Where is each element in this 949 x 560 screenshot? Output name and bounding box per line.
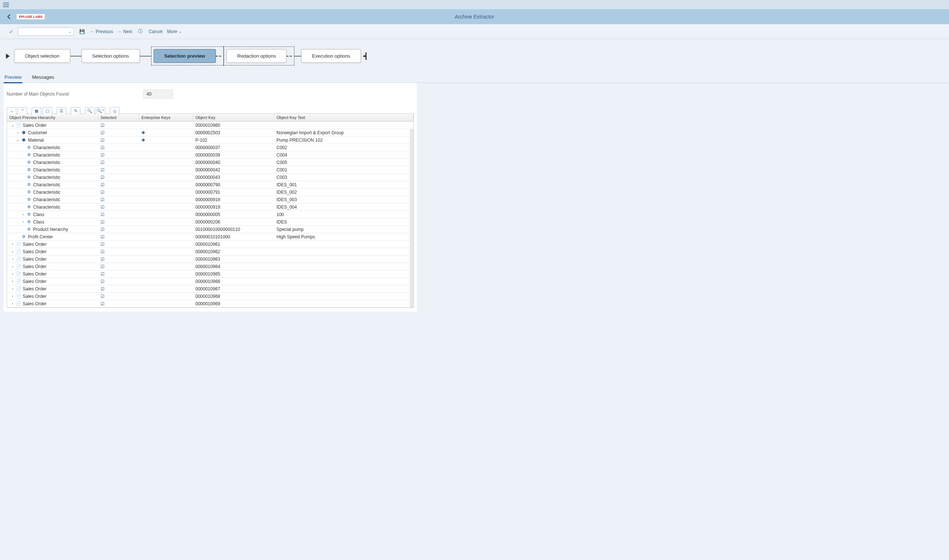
table-row[interactable]: ·⚙Characteristic☑0000000042C001 [7, 166, 414, 174]
checkbox-icon[interactable]: ☑ [100, 249, 105, 254]
table-row[interactable]: ›📄Sales Order☑0000010965 [7, 270, 414, 278]
checkbox-icon[interactable]: ☑ [100, 294, 105, 299]
roadmap-step-selection-preview[interactable]: Selection preview [154, 49, 216, 63]
menu-icon[interactable] [3, 3, 9, 7]
roadmap-step-selection-options[interactable]: Selection options [82, 49, 140, 63]
back-button[interactable] [5, 12, 13, 21]
table-row[interactable]: ·⚙Characteristic☑0000000791IDES_002 [7, 189, 414, 196]
more-button[interactable]: More⌄ [167, 29, 182, 34]
expand-icon[interactable]: › [11, 249, 14, 254]
table-row[interactable]: ·⚙Product hierarchy☑001000010000000110Sp… [7, 226, 414, 233]
vertical-scrollbar[interactable] [410, 129, 414, 308]
roadmap-step-object-selection[interactable]: Object selection [14, 49, 70, 63]
table-row[interactable]: ›📄Sales Order☑0000010967 [7, 285, 414, 293]
expand-icon[interactable]: › [21, 220, 25, 224]
table-row[interactable]: ·⚙Characteristic☑0000000037C002 [7, 144, 414, 151]
table-row[interactable]: ⌄📄Sales Order☑0000010960 [7, 122, 414, 129]
checkbox-icon[interactable]: ☑ [100, 257, 105, 262]
expand-icon[interactable]: › [16, 131, 20, 135]
checkbox-icon[interactable]: ☑ [100, 130, 105, 135]
col-selected[interactable]: Selected [98, 114, 139, 121]
expand-icon[interactable]: › [11, 272, 14, 276]
checkbox-icon[interactable]: ☑ [100, 190, 105, 195]
table-row[interactable]: ›📄Sales Order☑0000010968 [7, 293, 414, 300]
checkbox-icon[interactable]: ☑ [100, 219, 105, 225]
roadmap-step-redaction-options[interactable]: Redaction options [226, 49, 287, 63]
table-row[interactable]: ·⚙Characteristic☑0000000040C005 [7, 159, 414, 166]
expand-icon[interactable]: › [11, 279, 14, 283]
table-row[interactable]: ›⬢Customer☑✱0000002503Norwegian Import &… [7, 129, 414, 137]
table-row[interactable]: ·⚙Characteristic☑0000000039C004 [7, 151, 414, 159]
checkbox-icon[interactable]: ☑ [100, 264, 105, 269]
tab-messages[interactable]: Messages [31, 72, 55, 83]
find-next-icon[interactable]: 🔍⁺ [96, 107, 105, 115]
col-object-key[interactable]: Object Key [193, 114, 274, 121]
checkbox-icon[interactable]: ☑ [100, 301, 105, 306]
table-row[interactable]: ·⚙Characteristic☑0000000919IDES_004 [7, 203, 414, 211]
deselect-all-icon[interactable]: ▢ [42, 107, 52, 115]
layout-icon[interactable]: ☰ [57, 107, 66, 115]
checkbox-icon[interactable]: ☑ [100, 271, 105, 277]
checkbox-icon[interactable]: ☑ [100, 160, 105, 165]
checkbox-icon[interactable]: ☑ [100, 182, 105, 188]
checkbox-icon[interactable]: ☑ [100, 167, 105, 172]
checkbox-icon[interactable]: ☑ [100, 123, 105, 128]
col-hierarchy[interactable]: Object Preview Hierarchy [7, 114, 98, 121]
tab-preview[interactable]: Preview [4, 72, 22, 83]
table-row[interactable]: ›📄Sales Order☑0000010963 [7, 255, 414, 263]
checkbox-icon[interactable]: ☑ [100, 234, 105, 240]
cancel-button[interactable]: Cancel [148, 29, 162, 34]
previous-button[interactable]: ←Previous [90, 29, 113, 34]
enterprise-key-icon[interactable]: ✱ [141, 130, 145, 135]
checkbox-icon[interactable]: ☑ [100, 138, 105, 143]
table-row[interactable]: ·⚙Profit Center☑00000010101000High Speed… [7, 233, 414, 241]
enterprise-key-icon[interactable]: ✱ [141, 138, 145, 143]
table-row[interactable]: ·⚙Characteristic☑0000000790IDES_001 [7, 181, 414, 189]
expand-icon[interactable]: › [21, 212, 25, 216]
expand-icon[interactable]: › [11, 302, 14, 306]
col-enterprise-keys[interactable]: Enterprise Keys [139, 114, 193, 121]
checkbox-icon[interactable]: ☑ [100, 197, 105, 202]
select-all-icon[interactable]: ▦ [32, 107, 41, 115]
expand-icon[interactable]: › [11, 265, 14, 268]
expand-icon[interactable]: › [11, 242, 14, 246]
checkbox-icon[interactable]: ☑ [100, 145, 105, 150]
accept-icon[interactable]: ✓ [9, 29, 13, 35]
display-icon[interactable]: ✎ [71, 107, 80, 115]
table-row[interactable]: ›⚙Class☑0000000206IDES [7, 218, 414, 226]
selected-cell: ☑ [98, 122, 139, 129]
table-row[interactable]: ·⚙Characteristic☑0000000918IDES_003 [7, 196, 414, 203]
table-row[interactable]: ›📄Sales Order☑0000010966 [7, 278, 414, 285]
checkbox-icon[interactable]: ☑ [100, 279, 105, 284]
expand-icon[interactable]: › [11, 287, 14, 291]
table-row[interactable]: ›📄Sales Order☑0000010964 [7, 263, 414, 270]
table-row[interactable]: ›⚙Class☑0000000005100 [7, 211, 414, 218]
info-icon[interactable]: ⓘ [137, 28, 144, 35]
export-icon[interactable]: ⎙ [110, 107, 119, 115]
col-object-key-text[interactable]: Object Key Text [274, 114, 414, 121]
table-row[interactable]: ›📄Sales Order☑0000010969 [7, 300, 414, 308]
roadmap-step-execution-options[interactable]: Execution options [301, 49, 361, 63]
checkbox-icon[interactable]: ☑ [100, 175, 105, 180]
checkbox-icon[interactable]: ☑ [100, 205, 105, 210]
expand-all-icon[interactable]: ⌄ [7, 107, 16, 115]
table-row[interactable]: ⌄⬢Material☑✱P-102Pump PRECISION 102 [7, 137, 414, 144]
expand-icon[interactable]: › [11, 294, 14, 298]
node-label: Characteristic [33, 175, 60, 180]
collapse-icon[interactable]: ⌄ [11, 123, 14, 127]
variant-dropdown[interactable]: ⌄ [18, 28, 74, 36]
checkbox-icon[interactable]: ☑ [100, 286, 105, 292]
checkbox-icon[interactable]: ☑ [100, 152, 105, 158]
collapse-all-icon[interactable]: ⌃ [17, 107, 27, 115]
expand-icon[interactable]: › [11, 257, 14, 261]
checkbox-icon[interactable]: ☑ [100, 212, 105, 217]
next-button[interactable]: →Next [117, 29, 133, 34]
collapse-icon[interactable]: ⌄ [16, 138, 20, 142]
save-icon[interactable]: 💾 [78, 28, 86, 35]
checkbox-icon[interactable]: ☑ [100, 242, 105, 247]
table-row[interactable]: ›📄Sales Order☑0000010961 [7, 241, 414, 248]
checkbox-icon[interactable]: ☑ [100, 227, 105, 232]
table-row[interactable]: ›📄Sales Order☑0000010962 [7, 248, 414, 255]
table-row[interactable]: ·⚙Characteristic☑0000000043C003 [7, 174, 414, 181]
find-icon[interactable]: 🔍 [85, 107, 94, 115]
